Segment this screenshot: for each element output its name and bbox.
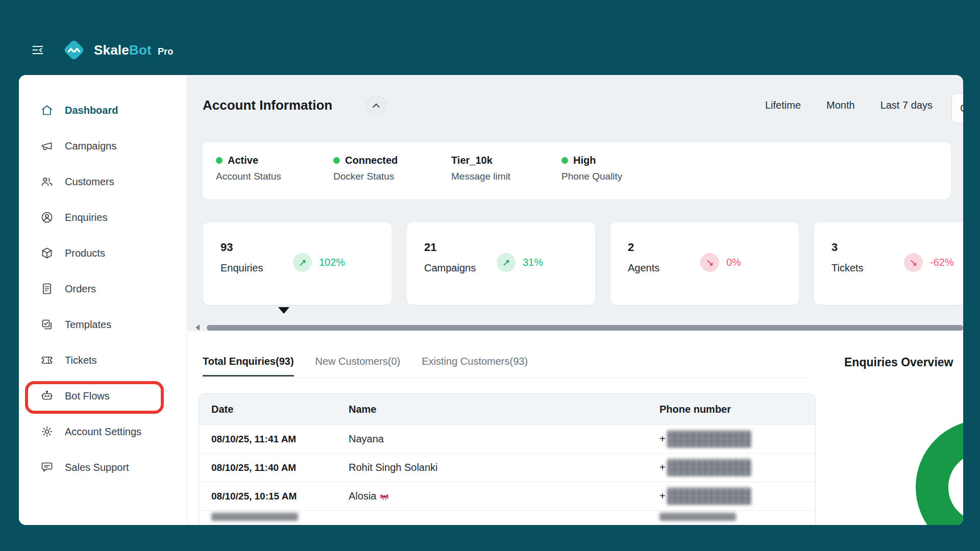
cell-phone: + (659, 459, 815, 476)
sidebar-item-bot-flows[interactable]: Bot Flows (19, 378, 187, 414)
collapse-section-button[interactable] (366, 95, 386, 116)
receipt-icon (40, 282, 54, 295)
table-row[interactable]: 08/10/25, 10:15 AM Alosia + (199, 482, 815, 510)
app-window: Dashboard Campaigns Customers Enquiries … (19, 75, 963, 525)
top-bar: SkaleBot Pro (31, 36, 173, 64)
main-content: Account Information Lifetime Month Last … (187, 75, 963, 525)
sidebar-item-label: Sales Support (65, 462, 129, 473)
sidebar-item-label: Customers (65, 176, 114, 188)
enquiries-table: Date Name Phone number 08/10/25, 11:41 A… (199, 393, 816, 525)
redacted-phone-number (667, 459, 751, 476)
stat-label: Campaigns (424, 262, 476, 274)
filter-month[interactable]: Month (826, 99, 855, 111)
custom-range-button-clipped[interactable]: C (951, 93, 963, 123)
brand-name: SkaleBot Pro (94, 42, 173, 58)
green-dot-icon (216, 157, 223, 164)
sidebar-item-label: Campaigns (65, 140, 116, 152)
sidebar-item-templates[interactable]: Templates (19, 307, 187, 342)
status-value: High (573, 155, 596, 166)
people-icon (40, 175, 54, 188)
trend-badge: ↗ 102% (293, 253, 345, 272)
sidebar-item-account-settings[interactable]: Account Settings (19, 414, 187, 449)
trend-down-arrow-icon: ↘ (700, 253, 719, 272)
megaphone-icon (40, 139, 54, 153)
sidebar-toggle-icon[interactable] (31, 43, 46, 57)
phone-prefix: + (659, 433, 666, 445)
stat-value: 2 (628, 241, 634, 254)
status-account: Active Account Status (216, 155, 281, 182)
table-row[interactable]: 08/10/25, 11:41 AM Nayana + (199, 424, 815, 453)
stat-label: Enquiries (220, 262, 263, 274)
trend-up-arrow-icon: ↗ (293, 253, 312, 272)
trend-badge: ↗ 31% (497, 253, 543, 272)
clipped-row-date (211, 513, 298, 521)
dashboard-home-icon (40, 104, 54, 117)
chat-support-icon (40, 461, 54, 474)
brand-skale: Skale (94, 42, 129, 58)
cell-name: Alosia (349, 490, 659, 502)
status-label: Docker Status (333, 171, 398, 182)
scroll-left-arrow-icon[interactable] (195, 324, 200, 331)
status-label: Phone Quality (561, 171, 622, 182)
trend-percent: 31% (523, 257, 543, 268)
chevron-up-icon (373, 104, 380, 111)
sidebar-item-enquiries[interactable]: Enquiries (19, 199, 187, 235)
skalebot-logo-icon (61, 37, 87, 63)
table-row[interactable]: 08/10/25, 11:40 AM Rohit Singh Solanki + (199, 453, 815, 482)
tab-total-enquiries[interactable]: Total Enquiries(93) (203, 356, 294, 377)
trend-badge: ↘ 0% (700, 253, 741, 272)
page-title: Account Information (203, 97, 332, 113)
sidebar-item-campaigns[interactable]: Campaigns (19, 128, 187, 164)
cell-date: 08/10/25, 11:41 AM (211, 434, 349, 445)
sidebar-item-label: Orders (65, 283, 96, 295)
brand-pro-badge: Pro (158, 46, 174, 57)
status-phone-quality: High Phone Quality (561, 155, 622, 182)
ticket-icon (40, 354, 54, 367)
stat-label: Agents (628, 262, 659, 274)
sidebar-item-label: Bot Flows (65, 390, 110, 402)
column-header-name: Name (349, 404, 659, 415)
tab-existing-customers[interactable]: Existing Customers(93) (422, 356, 528, 377)
sidebar-item-label: Dashboard (65, 105, 118, 116)
clipped-row-phone (659, 513, 736, 521)
sidebar-item-customers[interactable]: Customers (19, 164, 187, 199)
sidebar-item-orders[interactable]: Orders (19, 271, 187, 307)
bow-emoji-icon (379, 492, 389, 500)
redacted-phone-number (667, 431, 751, 447)
bot-icon (40, 389, 54, 403)
redacted-phone-number (667, 488, 751, 505)
sidebar-item-products[interactable]: Products (19, 235, 187, 271)
gear-icon (40, 425, 54, 438)
status-value: Tier_10k (451, 155, 493, 166)
cell-date: 08/10/25, 11:40 AM (211, 462, 349, 473)
column-header-date: Date (211, 404, 349, 415)
phone-prefix: + (659, 490, 666, 502)
date-range-filters: Lifetime Month Last 7 days (765, 99, 933, 111)
sidebar-item-label: Templates (65, 319, 111, 331)
box-icon (40, 246, 54, 260)
green-dot-icon (333, 157, 340, 164)
sidebar-item-label: Products (65, 247, 105, 259)
trend-down-arrow-icon: ↘ (904, 253, 923, 272)
enquiries-overview-title: Enquiries Overview (844, 356, 953, 369)
filter-lifetime[interactable]: Lifetime (765, 99, 801, 111)
filter-last-7-days[interactable]: Last 7 days (880, 99, 933, 111)
trend-percent: 102% (319, 257, 345, 268)
cell-name-text: Alosia (349, 490, 376, 502)
cell-phone: + (659, 488, 815, 505)
status-label: Account Status (216, 171, 281, 182)
status-value: Active (228, 155, 258, 166)
cell-phone: + (659, 431, 815, 447)
tab-new-customers[interactable]: New Customers(0) (315, 356, 401, 377)
sidebar-item-sales-support[interactable]: Sales Support (19, 449, 187, 485)
stat-card-tickets: 3 Tickets ↘ -62% (814, 222, 963, 305)
stat-dropdown-arrow-icon[interactable] (278, 307, 289, 314)
stat-value: 3 (831, 241, 838, 254)
sidebar-item-tickets[interactable]: Tickets (19, 342, 187, 378)
sidebar-item-label: Enquiries (65, 212, 107, 223)
stat-label: Tickets (831, 262, 864, 274)
phone-prefix: + (659, 462, 666, 473)
brand-bot: Bot (129, 42, 152, 58)
horizontal-scrollbar[interactable] (207, 325, 963, 331)
sidebar-item-dashboard[interactable]: Dashboard (19, 92, 187, 128)
